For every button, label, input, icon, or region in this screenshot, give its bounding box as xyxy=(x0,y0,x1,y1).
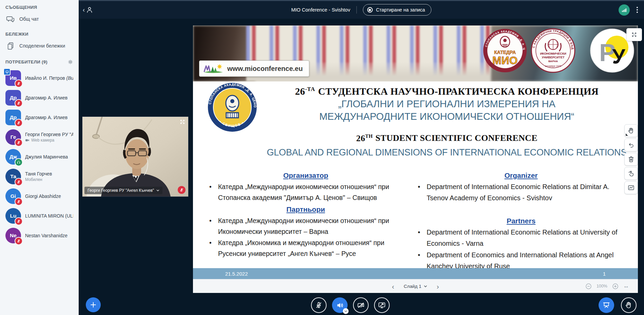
slide-canvas[interactable]: СТОПАНСКА АКАДЕМИЯ „Д. А. ЦЕНОВ“ • СВИЩО… xyxy=(193,81,638,268)
start-recording-button[interactable]: Стартиране на записа xyxy=(363,4,432,16)
raise-hand-button[interactable] xyxy=(621,297,637,313)
minimize-presentation-button[interactable] xyxy=(599,297,614,313)
bullet-item: Department of International Economic Rel… xyxy=(415,181,627,204)
user-list-item[interactable]: Др xyxy=(3,108,75,127)
zoom-in-button[interactable] xyxy=(612,283,619,290)
fit-to-width-button[interactable]: ↔ xyxy=(623,283,629,290)
share-webcam-button[interactable] xyxy=(353,297,369,313)
sidebar: СЪОБЩЕНИЯ Общ чат БЕЛЕЖКИ Споделени беле… xyxy=(0,0,79,315)
varna-university-logo: С АКАДЕМИЧНИ ТРАДИЦИИ В БЪДЕЩЕТО ИКОНОМИ… xyxy=(531,28,575,73)
user-status-badge xyxy=(15,217,23,225)
user-meta: Web камера xyxy=(25,138,73,143)
user-list-item[interactable]: Lu xyxy=(3,206,75,226)
chevron-left-icon: ‹ xyxy=(83,7,85,13)
user-name: Георги Георгиев РУ "Ангел Кънч... xyxy=(25,132,73,137)
slide-title-en: 26THSTUDENT SCIENTIFIC CONFERENCE xyxy=(266,130,628,144)
user-name: Таня Горчев xyxy=(25,171,52,177)
user-text: LUMINITA MIRON (ULIM) xyxy=(25,213,73,219)
presenter-badge-icon xyxy=(3,68,11,75)
unmute-microphone-button[interactable] xyxy=(311,297,327,313)
user-status-badge xyxy=(15,198,23,206)
presentation-fullscreen-button[interactable] xyxy=(626,28,642,41)
public-chat-label: Общ чат xyxy=(19,16,39,22)
smart-slide-tool-button[interactable] xyxy=(624,181,638,194)
raised-hand-icon xyxy=(625,301,633,309)
user-list-item[interactable]: Дж xyxy=(3,147,75,167)
svg-text:ВАРНА: ВАРНА xyxy=(548,60,558,63)
webcam-name-dropdown[interactable]: Георги Георгиев РУ "Ангел Кънчев" xyxy=(84,187,162,194)
user-name: Ивайло И. Петров (Вие) xyxy=(25,75,73,81)
user-avatar: Та xyxy=(5,169,21,184)
fullscreen-arrows-icon xyxy=(631,31,638,38)
you-label: (Вие) xyxy=(66,75,74,81)
sidebar-item-public-chat[interactable]: Общ чат xyxy=(2,11,77,27)
topbar-right xyxy=(619,4,639,16)
partners-list-bg: Катедра „Международни икономически отнош… xyxy=(207,215,405,259)
user-list-item[interactable]: Др xyxy=(3,88,75,108)
bullet-item: Катедра „Международни икономически отнош… xyxy=(207,215,405,237)
user-text: Драгомир А. Илиев xyxy=(25,95,67,100)
tsenov-academy-logo: СТОПАНСКА АКАДЕМИЯ „Д. А. ЦЕНОВ“ • СВИЩО… xyxy=(207,82,257,132)
muted-mic-icon xyxy=(179,188,184,192)
undo-icon xyxy=(627,141,635,149)
zoom-level-value: 100% xyxy=(597,284,607,289)
plus-icon xyxy=(90,301,97,309)
chart-icon xyxy=(627,184,635,191)
user-list-item[interactable]: Та xyxy=(3,167,75,186)
chevron-down-icon xyxy=(424,285,427,288)
clear-annotations-button[interactable] xyxy=(624,153,638,166)
connection-status-button[interactable] xyxy=(619,4,630,16)
meeting-title: MIO Conference - Svishtov xyxy=(291,7,350,13)
start-recording-label: Стартиране на записа xyxy=(376,7,425,13)
users-list: Ив xyxy=(0,67,79,245)
user-name: Giorgi Abashidze xyxy=(25,193,61,199)
audio-settings-button[interactable] xyxy=(332,297,348,313)
shared-notes-icon xyxy=(6,41,15,51)
undo-annotation-button[interactable] xyxy=(624,138,638,151)
options-menu-button[interactable] xyxy=(635,5,639,14)
webcam-muted-badge xyxy=(178,186,186,194)
audio-options-chevron[interactable] xyxy=(343,308,349,314)
webcam-video[interactable]: Георги Георгиев РУ "Ангел Кънчев" xyxy=(82,116,189,197)
next-slide-button[interactable]: › xyxy=(434,282,441,291)
slide-banner: www.mioconference.eu СТОПАНСКА АКАДЕМИЯ … xyxy=(193,25,638,81)
shared-notes-label: Споделени бележки xyxy=(19,43,65,49)
webcam-fullscreen-button[interactable] xyxy=(179,119,186,126)
user-list-item[interactable]: Ге xyxy=(3,127,75,147)
user-list-item[interactable]: Ne xyxy=(3,226,75,245)
user-status-badge xyxy=(15,237,23,245)
svg-text:ИКОНОМИЧЕСКИ: ИКОНОМИЧЕСКИ xyxy=(540,52,566,55)
organizer-list-bg: Катедра „Международни икономически отнош… xyxy=(207,181,405,203)
previous-slide-button[interactable]: ‹ xyxy=(390,282,396,291)
share-screen-button[interactable] xyxy=(374,297,390,313)
partner-logos: СТОПАНСКА АКАДЕМИЯ „Д. А. ЦЕНОВ“ • СВИЩО… xyxy=(479,28,635,73)
slide-title-block: 26-ТАСТУДЕНТСКА НАУЧНО-ПРАКТИЧЕСКА КОНФЕ… xyxy=(266,83,628,158)
bullet-item: Катедра „Икономика и международни отноше… xyxy=(207,237,405,259)
user-avatar: Gi xyxy=(5,188,21,204)
user-name: Драгомир А. Илиев xyxy=(25,95,67,100)
person-icon xyxy=(85,6,94,14)
pan-tool-button[interactable] xyxy=(624,124,638,137)
multi-user-whiteboard-button[interactable] xyxy=(624,167,638,180)
user-list-item[interactable]: Ив xyxy=(3,68,75,88)
topbar-divider xyxy=(356,6,357,14)
users-settings-gear-icon[interactable] xyxy=(67,59,73,65)
user-avatar: Lu xyxy=(5,208,21,224)
slide-select-dropdown[interactable]: Слайд 1 xyxy=(402,283,429,289)
slide-column-en: Organizer Department of International Ec… xyxy=(415,170,627,268)
chat-bubbles-icon xyxy=(6,15,15,24)
bullet-item: Department of Economics and Internationa… xyxy=(415,249,627,268)
sidebar-item-shared-notes[interactable]: Споделени бележки xyxy=(2,38,77,54)
slide-subtitle-en: GLOBAL AND REGIONAL DIMENSIONS OF INTERN… xyxy=(266,147,628,158)
toggle-userlist-button[interactable]: ‹ xyxy=(83,6,94,14)
user-name: LUMINITA MIRON (ULIM) xyxy=(25,213,73,219)
zoom-out-button[interactable] xyxy=(585,283,592,290)
actions-plus-button[interactable] xyxy=(86,297,101,312)
user-meta: Мобилен xyxy=(25,177,52,182)
muted-mic-icon xyxy=(17,101,21,105)
user-list-item[interactable]: Gi xyxy=(3,186,75,206)
muted-mic-icon xyxy=(17,239,21,243)
slide-page-number: 1 xyxy=(603,271,606,277)
avatar-initials: Ге xyxy=(11,134,16,140)
muted-mic-icon xyxy=(17,219,21,223)
